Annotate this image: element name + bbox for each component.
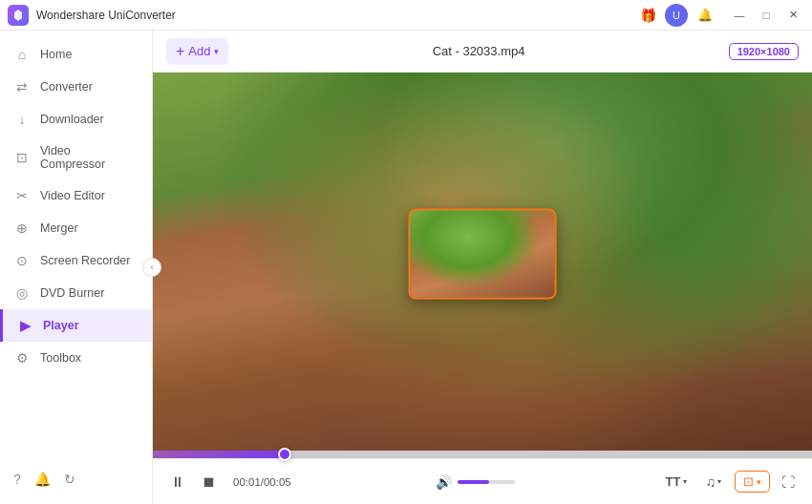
progress-bar[interactable] xyxy=(153,451,812,458)
sidebar-item-merger[interactable]: ⊕ Merger xyxy=(0,212,152,244)
sidebar-item-home[interactable]: ⌂ Home xyxy=(0,38,152,71)
pause-button[interactable]: ⏸ xyxy=(166,470,188,494)
close-button[interactable]: ✕ xyxy=(781,4,804,27)
audio-chevron: ▾ xyxy=(717,477,721,486)
sidebar-label-converter: Converter xyxy=(40,80,93,94)
progress-thumb[interactable] xyxy=(278,448,291,461)
stop-button[interactable]: ⏹ xyxy=(198,470,220,494)
sidebar-label-home: Home xyxy=(40,48,72,61)
sidebar-item-player[interactable]: ▶ Player xyxy=(0,309,152,342)
app-title: Wondershare UniConverter xyxy=(36,9,636,22)
sidebar-label-video-compressor: Video Compressor xyxy=(40,144,139,171)
volume-slider[interactable] xyxy=(458,480,515,484)
sidebar-item-dvd-burner[interactable]: ◎ DVD Burner xyxy=(0,277,152,309)
sidebar-item-screen-recorder[interactable]: ⊙ Screen Recorder xyxy=(0,244,152,277)
audio-button[interactable]: ♫ ▾ xyxy=(700,472,728,493)
video-compressor-icon: ⊡ xyxy=(13,150,31,165)
sidebar-label-dvd-burner: DVD Burner xyxy=(40,286,104,300)
maximize-button[interactable]: □ xyxy=(755,4,778,27)
volume-fill xyxy=(458,480,489,484)
fullscreen-button[interactable]: ⛶ xyxy=(778,471,799,494)
converter-icon: ⇄ xyxy=(13,79,31,94)
caption-button[interactable]: TT ▾ xyxy=(660,472,693,492)
pip-icon: ⊡ xyxy=(743,474,754,489)
sidebar-label-merger: Merger xyxy=(40,221,78,235)
titlebar-action-icons: 🎁 U 🔔 xyxy=(636,4,716,27)
caption-icon: TT xyxy=(666,474,681,489)
sidebar-item-video-editor[interactable]: ✂ Video Editor xyxy=(0,179,152,212)
notification-bell-icon[interactable]: 🔔 xyxy=(694,4,716,27)
downloader-icon: ↓ xyxy=(13,112,31,127)
pip-button[interactable]: ⊡ ▾ xyxy=(735,471,770,493)
user-avatar[interactable]: U xyxy=(665,4,688,27)
player-filename: Cat - 32033.mp4 xyxy=(238,44,718,58)
add-media-label: Add xyxy=(188,44,210,58)
volume-icon[interactable]: 🔊 xyxy=(436,474,452,490)
controls-bar: ⏸ ⏹ 00:01/00:05 🔊 TT ▾ xyxy=(153,458,812,504)
video-editor-icon: ✂ xyxy=(13,188,31,203)
right-controls: TT ▾ ♫ ▾ ⊡ ▾ ⛶ xyxy=(660,471,799,494)
merger-icon: ⊕ xyxy=(13,220,31,236)
volume-section: 🔊 xyxy=(436,474,515,490)
dvd-burner-icon: ◎ xyxy=(13,285,31,301)
home-icon: ⌂ xyxy=(13,47,31,62)
sidebar-collapse-button[interactable]: ‹ xyxy=(142,258,161,277)
sidebar-item-downloader[interactable]: ↓ Downloader xyxy=(0,103,152,136)
minimize-button[interactable]: — xyxy=(728,4,751,27)
content-area: + Add ▾ Cat - 32033.mp4 1920×1080 xyxy=(153,31,812,504)
sidebar-label-toolbox: Toolbox xyxy=(40,351,81,365)
caption-chevron: ▾ xyxy=(683,477,687,486)
toolbox-icon: ⚙ xyxy=(13,350,31,366)
sidebar: ⌂ Home ⇄ Converter ↓ Downloader ⊡ Video … xyxy=(0,31,153,504)
sidebar-item-video-compressor[interactable]: ⊡ Video Compressor xyxy=(0,136,152,179)
sidebar-label-player: Player xyxy=(43,319,79,332)
progress-fill xyxy=(153,451,285,458)
pause-icon: ⏸ xyxy=(170,473,184,490)
titlebar: Wondershare UniConverter 🎁 U 🔔 — □ ✕ xyxy=(0,0,812,31)
audio-icon: ♫ xyxy=(706,474,716,490)
pip-thumbnail[interactable] xyxy=(409,209,557,300)
main-layout: ⌂ Home ⇄ Converter ↓ Downloader ⊡ Video … xyxy=(0,31,812,504)
player-icon: ▶ xyxy=(16,318,33,333)
sidebar-item-converter[interactable]: ⇄ Converter xyxy=(0,71,152,103)
refresh-icon[interactable]: ↻ xyxy=(64,472,75,487)
sidebar-item-toolbox[interactable]: ⚙ Toolbox xyxy=(0,342,152,374)
help-icon[interactable]: ? xyxy=(13,472,21,487)
stop-icon: ⏹ xyxy=(202,473,216,490)
plus-icon: + xyxy=(176,43,184,60)
gift-icon[interactable]: 🎁 xyxy=(636,4,659,27)
pip-chevron: ▾ xyxy=(757,477,761,487)
pip-inner-frame xyxy=(411,211,555,298)
sidebar-label-video-editor: Video Editor xyxy=(40,189,105,202)
screen-recorder-icon: ⊙ xyxy=(13,253,31,268)
sidebar-label-downloader: Downloader xyxy=(40,113,104,126)
add-media-chevron: ▾ xyxy=(214,47,219,56)
add-media-button[interactable]: + Add ▾ xyxy=(166,38,228,65)
app-logo xyxy=(8,5,29,26)
video-player[interactable] xyxy=(153,73,812,451)
window-controls: — □ ✕ xyxy=(728,4,804,27)
fullscreen-icon: ⛶ xyxy=(781,474,795,490)
resolution-badge: 1920×1080 xyxy=(729,43,799,60)
sidebar-bottom-icons: ? 🔔 ↻ xyxy=(0,462,152,496)
sidebar-label-screen-recorder: Screen Recorder xyxy=(40,254,131,267)
time-display: 00:01/00:05 xyxy=(233,476,291,488)
notification-icon[interactable]: 🔔 xyxy=(34,472,51,487)
player-header: + Add ▾ Cat - 32033.mp4 1920×1080 xyxy=(153,31,812,73)
